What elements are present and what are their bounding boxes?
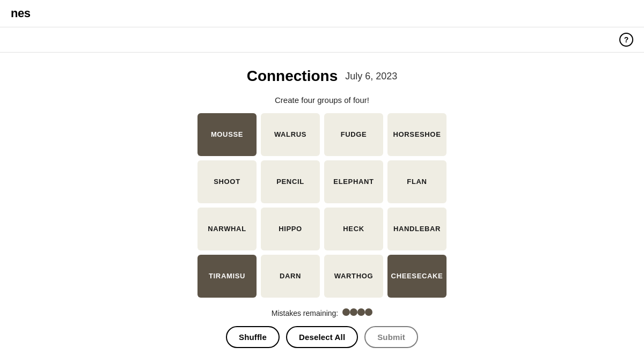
- tile-cheesecake[interactable]: CHEESECAKE: [387, 255, 447, 298]
- tile-narwhal[interactable]: NARWHAL: [197, 208, 257, 250]
- mistakes-label: Mistakes remaining:: [272, 309, 339, 317]
- tile-darn[interactable]: DARN: [261, 255, 320, 298]
- submit-button[interactable]: Submit: [364, 326, 418, 348]
- mistake-dot-3: [357, 308, 365, 316]
- top-bar: nes: [0, 0, 644, 27]
- tile-hippo[interactable]: HIPPO: [261, 208, 320, 250]
- site-title: nes: [11, 6, 30, 20]
- tile-grid: MOUSSEWALRUSFUDGEHORSESHOESHOOTPENCILELE…: [197, 113, 447, 298]
- mistake-dot-4: [365, 308, 372, 316]
- tile-pencil[interactable]: PENCIL: [261, 160, 320, 203]
- tile-fudge[interactable]: FUDGE: [324, 113, 383, 156]
- mistake-dot-2: [350, 308, 357, 316]
- help-icon[interactable]: ?: [619, 33, 633, 47]
- buttons-row: Shuffle Deselect All Submit: [226, 326, 418, 348]
- page-header: Connections July 6, 2023: [0, 53, 644, 90]
- tile-warthog[interactable]: WARTHOG: [324, 255, 383, 298]
- tile-horseshoe[interactable]: HORSESHOE: [387, 113, 447, 156]
- tile-elephant[interactable]: ELEPHANT: [324, 160, 383, 203]
- sub-bar: ?: [0, 27, 644, 53]
- tile-tiramisu[interactable]: TIRAMISU: [197, 255, 257, 298]
- mistakes-dots: [342, 308, 372, 317]
- tile-mousse[interactable]: MOUSSE: [197, 113, 257, 156]
- tile-heck[interactable]: HECK: [324, 208, 383, 250]
- tile-shoot[interactable]: SHOOT: [197, 160, 257, 203]
- mistake-dot-1: [342, 308, 350, 316]
- mistakes-row: Mistakes remaining:: [272, 308, 373, 317]
- tile-handlebar[interactable]: HANDLEBAR: [387, 208, 447, 250]
- instruction-text: Create four groups of four!: [275, 95, 369, 105]
- page-title: Connections: [247, 68, 338, 85]
- main-content: Create four groups of four! MOUSSEWALRUS…: [0, 90, 644, 362]
- tile-walrus[interactable]: WALRUS: [261, 113, 320, 156]
- page-date: July 6, 2023: [345, 71, 397, 82]
- deselect-all-button[interactable]: Deselect All: [286, 326, 358, 348]
- shuffle-button[interactable]: Shuffle: [226, 326, 280, 348]
- tile-flan[interactable]: FLAN: [387, 160, 447, 203]
